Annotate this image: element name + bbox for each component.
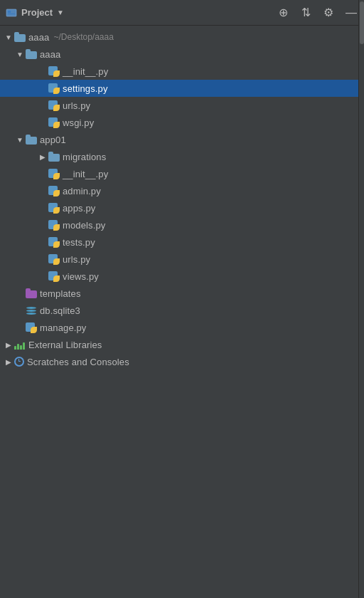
- tree-item-migrations[interactable]: migrations: [0, 148, 364, 165]
- clock-icon-scratches: [14, 357, 24, 367]
- tree-item-urls-py-2[interactable]: urls.py: [0, 251, 364, 268]
- svg-rect-2: [8, 11, 11, 13]
- db-icon-sqlite: [26, 305, 37, 316]
- tree-item-views-py[interactable]: views.py: [0, 268, 364, 285]
- folder-icon-migrations: [48, 152, 60, 162]
- settings-button[interactable]: ⚙: [321, 6, 336, 20]
- py-icon-apps: [48, 202, 60, 214]
- arrow-ext-libs: [3, 339, 14, 350]
- tree-item-admin-py[interactable]: admin.py: [0, 182, 364, 199]
- label-migrations: migrations: [63, 152, 106, 162]
- label-wsgi-py: wsgi.py: [63, 117, 94, 128]
- folder-icon-aaaa: [26, 49, 37, 59]
- tree-item-app01-folder[interactable]: app01: [0, 131, 364, 148]
- py-icon-init1: [48, 65, 60, 77]
- tree-item-tests-py[interactable]: tests.py: [0, 234, 364, 251]
- tree-item-apps-py[interactable]: apps.py: [0, 199, 364, 216]
- file-tree: aaaa ~/Desktop/aaaa aaaa __init__.py set…: [0, 26, 364, 373]
- arrow-root: [3, 31, 14, 43]
- svg-rect-0: [6, 9, 16, 16]
- label-external-libraries: External Libraries: [28, 340, 102, 350]
- label-db-sqlite3: db.sqlite3: [40, 305, 80, 316]
- label-aaaa-folder: aaaa: [40, 49, 60, 60]
- py-icon-init2: [48, 168, 60, 179]
- tree-item-scratches[interactable]: Scratches and Consoles: [0, 353, 364, 370]
- py-icon-urls2: [48, 253, 60, 265]
- toolbar-left: Project ▼: [6, 7, 276, 19]
- tree-item-db-sqlite3[interactable]: db.sqlite3: [0, 302, 364, 319]
- project-icon: [6, 7, 17, 19]
- root-label: aaaa: [28, 32, 49, 43]
- arrow-aaaa: [14, 48, 26, 60]
- folder-icon-app01: [26, 135, 37, 145]
- tree-item-aaaa-folder[interactable]: aaaa: [0, 46, 364, 63]
- root-path: ~/Desktop/aaaa: [53, 32, 113, 42]
- label-manage-py: manage.py: [40, 322, 87, 333]
- label-apps-py: apps.py: [63, 203, 95, 214]
- project-chevron[interactable]: ▼: [57, 9, 64, 16]
- add-button[interactable]: ⊕: [276, 6, 290, 20]
- py-icon-manage: [26, 322, 37, 333]
- label-models-py: models.py: [63, 220, 105, 231]
- label-views-py: views.py: [63, 271, 99, 282]
- tree-item-init-py-2[interactable]: __init__.py: [0, 165, 364, 182]
- arrow-scratches: [3, 356, 14, 367]
- tree-item-wsgi-py[interactable]: wsgi.py: [0, 114, 364, 131]
- tree-item-manage-py[interactable]: manage.py: [0, 319, 364, 336]
- folder-icon-templates: [26, 288, 37, 298]
- arrow-app01: [14, 134, 26, 145]
- tree-item-init-py-1[interactable]: __init__.py: [0, 63, 364, 80]
- label-urls-py-1: urls.py: [63, 100, 90, 111]
- tree-item-templates[interactable]: templates: [0, 285, 364, 302]
- py-icon-tests: [48, 236, 60, 248]
- label-init-py-2: __init__.py: [63, 169, 108, 179]
- tree-item-urls-py-1[interactable]: urls.py: [0, 97, 364, 114]
- label-settings-py: settings.py: [63, 83, 108, 94]
- label-scratches-consoles: Scratches and Consoles: [27, 357, 129, 367]
- label-urls-py-2: urls.py: [63, 254, 90, 265]
- tree-item-models-py[interactable]: models.py: [0, 216, 364, 234]
- toolbar: Project ▼ ⊕ ⇅ ⚙ —: [0, 0, 364, 26]
- py-icon-views: [48, 271, 60, 282]
- scrollbar[interactable]: [358, 0, 364, 598]
- py-icon-settings: [48, 83, 60, 94]
- label-admin-py: admin.py: [63, 186, 101, 196]
- project-title: Project: [21, 7, 53, 18]
- scrollbar-thumb[interactable]: [360, 1, 364, 44]
- toolbar-actions: ⊕ ⇅ ⚙ —: [276, 6, 358, 20]
- minimize-button[interactable]: —: [344, 6, 358, 20]
- folder-icon-root: [14, 32, 26, 42]
- label-tests-py: tests.py: [63, 237, 95, 248]
- py-icon-urls1: [48, 100, 60, 111]
- label-init-py-1: __init__.py: [63, 66, 108, 77]
- sync-button[interactable]: ⇅: [299, 6, 313, 20]
- tree-item-external-libraries[interactable]: External Libraries: [0, 336, 364, 353]
- label-app01-folder: app01: [40, 135, 66, 145]
- label-templates: templates: [40, 288, 81, 299]
- py-icon-models: [48, 219, 60, 231]
- arrow-migrations: [37, 151, 48, 162]
- tree-item-root-aaaa[interactable]: aaaa ~/Desktop/aaaa: [0, 28, 364, 46]
- ext-lib-icon: [14, 339, 26, 350]
- tree-item-settings-py[interactable]: settings.py: [0, 80, 364, 97]
- py-icon-admin: [48, 185, 60, 196]
- py-icon-wsgi: [48, 117, 60, 128]
- svg-rect-3: [8, 14, 15, 14]
